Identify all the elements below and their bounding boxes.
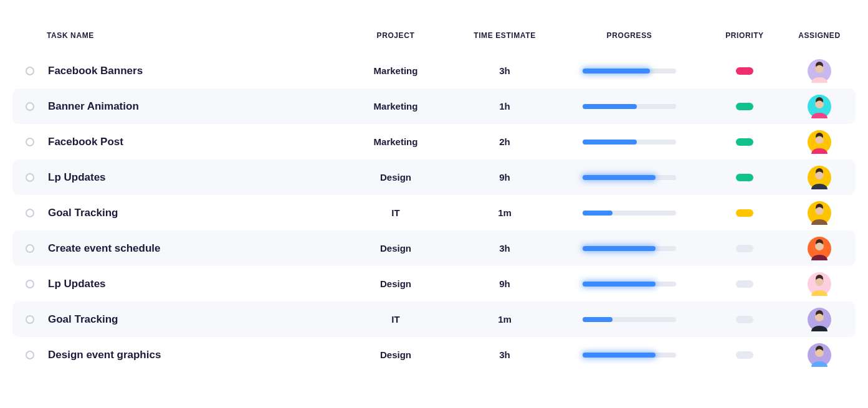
task-assigned-cell [788,308,851,331]
col-header-progress: PROGRESS [558,31,701,40]
progress-bar-fill [583,317,613,322]
row-select-radio[interactable] [26,280,34,288]
row-select-radio[interactable] [26,315,34,324]
table-row[interactable]: Create event scheduleDesign3h [12,230,856,266]
row-select-radio[interactable] [26,67,34,75]
task-project: Marketing [340,136,452,147]
avatar[interactable] [808,343,831,367]
task-project: Design [340,172,452,183]
col-header-priority: PRIORITY [701,31,788,40]
task-progress-cell [558,211,701,216]
priority-pill[interactable] [736,138,753,146]
task-progress-cell [558,353,701,358]
priority-pill[interactable] [736,316,753,323]
progress-bar[interactable] [583,353,676,358]
row-select-cell [12,102,47,111]
progress-bar[interactable] [583,246,676,251]
svg-point-35 [816,349,823,356]
priority-pill[interactable] [736,280,753,288]
task-name[interactable]: Goal Tracking [47,313,340,326]
task-priority-cell [701,67,788,75]
task-name[interactable]: Design event graphics [47,349,340,361]
progress-bar[interactable] [583,140,676,145]
progress-bar[interactable] [583,104,676,109]
table-row[interactable]: Banner AnimationMarketing1h [12,88,856,124]
avatar[interactable] [808,166,831,189]
task-project: IT [340,314,452,325]
progress-bar-fill [583,104,637,109]
task-progress-cell [558,104,701,109]
progress-bar[interactable] [583,211,676,216]
task-assigned-cell [788,201,851,225]
task-name[interactable]: Create event schedule [47,242,340,255]
priority-pill[interactable] [736,209,753,217]
task-priority-cell [701,245,788,252]
task-assigned-cell [788,343,851,367]
priority-pill[interactable] [736,174,753,181]
task-assigned-cell [788,166,851,189]
row-select-cell [12,138,47,146]
table-row[interactable]: Goal TrackingIT1m [12,195,856,230]
task-priority-cell [701,280,788,288]
progress-bar-fill [583,211,613,216]
table-row[interactable]: Facebook PostMarketing2h [12,124,856,159]
avatar[interactable] [808,59,831,83]
task-time-estimate: 2h [452,136,558,147]
row-select-cell [12,209,47,217]
progress-bar[interactable] [583,317,676,322]
task-name[interactable]: Banner Animation [47,100,340,113]
row-select-radio[interactable] [26,209,34,217]
task-progress-cell [558,246,701,251]
table-body: Facebook BannersMarketing3hBanner Animat… [12,53,856,372]
svg-point-11 [816,136,823,143]
row-select-radio[interactable] [26,244,34,253]
task-time-estimate: 3h [452,243,558,254]
progress-bar[interactable] [583,282,676,287]
task-time-estimate: 1m [452,207,558,218]
progress-bar-fill [583,282,656,287]
row-select-radio[interactable] [26,102,34,111]
task-time-estimate: 1h [452,101,558,111]
svg-point-31 [816,313,823,321]
table-row[interactable]: Design event graphicsDesign3h [12,337,856,372]
priority-pill[interactable] [736,103,753,110]
task-progress-cell [558,69,701,74]
table-row[interactable]: Lp UpdatesDesign9h [12,159,856,195]
task-time-estimate: 3h [452,65,558,76]
avatar[interactable] [808,130,831,154]
row-select-radio[interactable] [26,173,34,182]
row-select-radio[interactable] [26,351,34,359]
priority-pill[interactable] [736,67,753,75]
col-header-time-estimate: TIME ESTIMATE [452,31,558,40]
row-select-radio[interactable] [26,138,34,146]
task-assigned-cell [788,237,851,260]
task-name[interactable]: Goal Tracking [47,207,340,219]
task-name[interactable]: Lp Updates [47,278,340,290]
task-priority-cell [701,209,788,217]
priority-pill[interactable] [736,351,753,359]
svg-point-27 [816,278,823,285]
task-assigned-cell [788,130,851,154]
task-project: IT [340,207,452,218]
avatar[interactable] [808,201,831,225]
task-time-estimate: 9h [452,278,558,289]
avatar[interactable] [808,272,831,296]
col-header-assigned: ASSIGNED [788,31,851,40]
progress-bar-fill [583,140,637,145]
progress-bar[interactable] [583,175,676,180]
avatar[interactable] [808,308,831,331]
task-name[interactable]: Facebook Banners [47,65,340,77]
row-select-cell [12,351,47,359]
svg-point-19 [816,207,823,214]
progress-bar[interactable] [583,69,676,74]
avatar[interactable] [808,95,831,118]
col-header-task-name: TASK NAME [47,31,340,40]
table-row[interactable]: Lp UpdatesDesign9h [12,266,856,301]
table-row[interactable]: Facebook BannersMarketing3h [12,53,856,88]
table-row[interactable]: Goal TrackingIT1m [12,301,856,337]
task-name[interactable]: Facebook Post [47,136,340,148]
task-name[interactable]: Lp Updates [47,171,340,184]
avatar[interactable] [808,237,831,260]
priority-pill[interactable] [736,245,753,252]
task-progress-cell [558,175,701,180]
